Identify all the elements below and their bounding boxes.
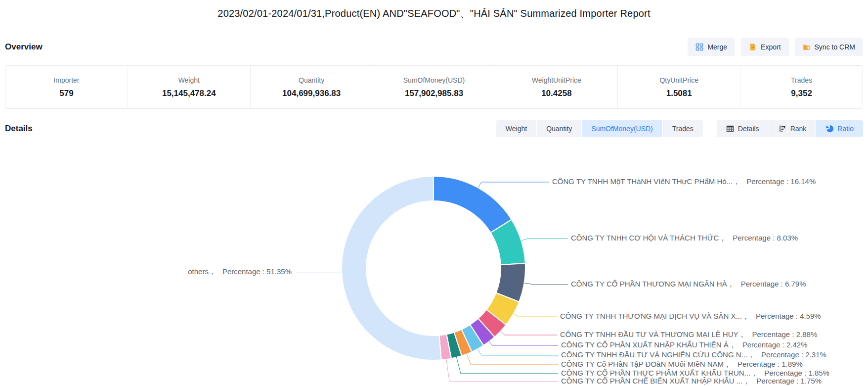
overview-header: Overview Merge bbox=[5, 37, 863, 57]
pie-label-name: CÔNG TY TNHH CƠ HỘI VÀ THÁCH THỨC， bbox=[571, 234, 726, 242]
stat-qtyunitprice: QtyUnitPrice1.5081 bbox=[617, 66, 740, 108]
pie-label-percentage: Percentage : 8.03% bbox=[733, 234, 798, 242]
stat-label: WeightUnitPrice bbox=[532, 76, 581, 84]
pie-label-name: CÔNG TY CỔ PHẦN THƯƠNG MẠI NGÂN HÀ， bbox=[571, 280, 735, 288]
page-title: 2023/02/01-2024/01/31,Product(EN) AND"SE… bbox=[0, 7, 868, 20]
pie-label-percentage: Percentage : 16.14% bbox=[746, 177, 816, 186]
stat-label: Weight bbox=[178, 76, 200, 84]
pie-slice[interactable] bbox=[434, 176, 512, 233]
export-button-label: Export bbox=[761, 43, 781, 51]
pie-icon bbox=[825, 125, 833, 133]
pie-label: CÔNG TY CỔ PHẦN THƯƠNG MẠI NGÂN HÀ，Perce… bbox=[571, 280, 806, 289]
pie-label-name: others， bbox=[188, 267, 216, 276]
merge-icon bbox=[695, 43, 703, 51]
merge-button[interactable]: Merge bbox=[688, 38, 735, 56]
pie-label-name: CÔNG TY CỔ PHẦN XUẤT NHẬP KHẨU THIÊN Á， bbox=[561, 340, 736, 349]
stat-importer: Importer579 bbox=[5, 66, 128, 108]
tab-ratio[interactable]: Ratio bbox=[816, 120, 863, 137]
table-icon bbox=[726, 125, 734, 133]
details-heading: Details bbox=[5, 124, 33, 134]
pie-slice[interactable] bbox=[342, 176, 441, 360]
importer-report-page: 2023/02/01-2024/01/31,Product(EN) AND"SE… bbox=[0, 0, 868, 386]
stat-value: 9,352 bbox=[791, 89, 812, 98]
tab-ratio-label: Ratio bbox=[837, 125, 854, 133]
details-controls: WeightQuantitySumOfMoney(USD)Trades Deta… bbox=[496, 120, 863, 137]
stat-weight: Weight15,145,478.24 bbox=[128, 66, 250, 108]
details-header: Details WeightQuantitySumOfMoney(USD)Tra… bbox=[5, 119, 863, 139]
pie-label: CÔNG TY CỔ PHẦN XUẤT NHẬP KHẨU THIÊN Á，P… bbox=[561, 340, 807, 350]
pie-label-percentage: Percentage : 51.35% bbox=[222, 267, 292, 276]
pie-label: CÔNG TY TNHH ĐẦU TƯ VÀ THƯƠNG MẠI LÊ HUY… bbox=[560, 330, 817, 339]
pie-label-line bbox=[524, 283, 568, 285]
tab-rank-label: Rank bbox=[790, 125, 807, 133]
stat-weightunitprice: WeightUnitPrice10.4258 bbox=[495, 66, 617, 108]
pie-label: CÔNG TY TNHH THƯƠNG MẠI DỊCH VỤ VÀ SẢN X… bbox=[560, 312, 821, 321]
pie-label-name: CÔNG TY CỔ PHẦN CHẾ BIẾN XUẤT NHẬP KHẨU … bbox=[561, 377, 750, 385]
pie-label-percentage: Percentage : 4.59% bbox=[756, 312, 821, 320]
view-tab-group: Details Rank bbox=[717, 120, 863, 137]
overview-heading: Overview bbox=[5, 42, 43, 52]
pie-label-line bbox=[514, 314, 557, 317]
rank-icon bbox=[779, 125, 786, 133]
overview-actions: Merge Export Sync to CRM bbox=[688, 38, 863, 56]
pie-label-name: CÔNG TY TNHH ĐẦU TƯ VÀ THƯƠNG MẠI LÊ HUY… bbox=[560, 330, 745, 338]
export-icon bbox=[749, 43, 757, 51]
pie-label-line bbox=[501, 331, 557, 335]
pie-label-line bbox=[446, 359, 558, 382]
pie-label-name: CÔNG TY TNHH MộT THàNH VIêN THựC PHẩM Hò… bbox=[552, 177, 740, 186]
pie-label-line bbox=[478, 349, 558, 355]
pie-label-line bbox=[521, 239, 568, 241]
pie-label-name: CÔNG TY Cổ PHầN TậP ĐOàN MUối MIềN NAM， bbox=[561, 360, 731, 368]
pie-label-line bbox=[467, 354, 558, 365]
stat-value: 10.4258 bbox=[541, 89, 571, 98]
stat-label: Quantity bbox=[299, 76, 324, 84]
ratio-pie-chart: CÔNG TY TNHH MộT THàNH VIêN THựC PHẩM Hò… bbox=[0, 139, 868, 386]
tab-details-label: Details bbox=[738, 125, 759, 133]
tab-trades[interactable]: Trades bbox=[663, 120, 703, 137]
stat-value: 104,699,936.83 bbox=[282, 89, 341, 98]
pie-label: others，Percentage : 51.35% bbox=[188, 267, 292, 277]
pie-label-name: CÔNG TY CỔ PHẦN THỰC PHẨM XUẤT KHẨU TRUN… bbox=[561, 369, 758, 377]
stat-sumofmoney-usd-: SumOfMoney(USD)157,902,985.83 bbox=[373, 66, 495, 108]
tab-rank[interactable]: Rank bbox=[769, 120, 816, 137]
pie-label-percentage: Percentage : 1.85% bbox=[764, 369, 829, 377]
tab-details[interactable]: Details bbox=[717, 120, 769, 137]
sync-to-crm-button[interactable]: Sync to CRM bbox=[795, 38, 863, 56]
pie-label-percentage: Percentage : 2.42% bbox=[742, 340, 808, 349]
pie-label: CÔNG TY CỔ PHẦN CHẾ BIẾN XUẤT NHẬP KHẨU … bbox=[561, 377, 822, 386]
pie-label: CÔNG TY TNHH MộT THàNH VIêN THựC PHẩM Hò… bbox=[552, 177, 816, 187]
pie-label-name: CÔNG TY TNHH THƯƠNG MẠI DỊCH VỤ VÀ SẢN X… bbox=[560, 312, 749, 320]
pie-label-percentage: Percentage : 1.75% bbox=[756, 377, 822, 385]
stat-trades: Trades9,352 bbox=[740, 66, 863, 108]
stat-value: 157,902,985.83 bbox=[405, 89, 463, 98]
pie-label-line bbox=[478, 182, 549, 188]
merge-button-label: Merge bbox=[707, 43, 727, 51]
pie-label-percentage: Percentage : 2.88% bbox=[752, 330, 817, 338]
pie-label: CÔNG TY TNHH ĐẦU TƯ VÀ NGHIÊN CỨU CÔNG N… bbox=[561, 350, 826, 360]
stat-value: 1.5081 bbox=[666, 89, 692, 98]
stat-value: 15,145,478.24 bbox=[162, 89, 216, 98]
stat-value: 579 bbox=[59, 89, 73, 98]
pie-label-line bbox=[457, 357, 558, 374]
pie-label-percentage: Percentage : 1.89% bbox=[738, 360, 803, 368]
pie-label-name: CÔNG TY TNHH ĐẦU TƯ VÀ NGHIÊN CỨU CÔNG N… bbox=[561, 350, 755, 359]
stat-label: SumOfMoney(USD) bbox=[403, 76, 465, 84]
overview-stats-card: Importer579Weight15,145,478.24Quantity10… bbox=[5, 65, 863, 109]
sync-crm-icon bbox=[803, 43, 811, 51]
tab-quantity[interactable]: Quantity bbox=[537, 120, 581, 137]
pie-label-percentage: Percentage : 2.31% bbox=[761, 350, 826, 359]
tab-sumofmoney-usd-[interactable]: SumOfMoney(USD) bbox=[582, 120, 662, 137]
stat-label: Trades bbox=[791, 76, 812, 84]
pie-label-line bbox=[489, 341, 558, 345]
export-button[interactable]: Export bbox=[741, 38, 788, 56]
stat-label: Importer bbox=[53, 76, 79, 84]
pie-label: CÔNG TY Cổ PHầN TậP ĐOàN MUối MIềN NAM，P… bbox=[561, 360, 803, 369]
stat-quantity: Quantity104,699,936.83 bbox=[250, 66, 373, 108]
pie-label: CÔNG TY TNHH CƠ HỘI VÀ THÁCH THỨC，Percen… bbox=[571, 234, 798, 243]
stat-label: QtyUnitPrice bbox=[659, 76, 698, 84]
pie-label-percentage: Percentage : 6.79% bbox=[741, 280, 806, 288]
tab-weight[interactable]: Weight bbox=[496, 120, 536, 137]
sync-to-crm-button-label: Sync to CRM bbox=[815, 43, 855, 51]
metric-tab-group: WeightQuantitySumOfMoney(USD)Trades bbox=[496, 120, 703, 137]
